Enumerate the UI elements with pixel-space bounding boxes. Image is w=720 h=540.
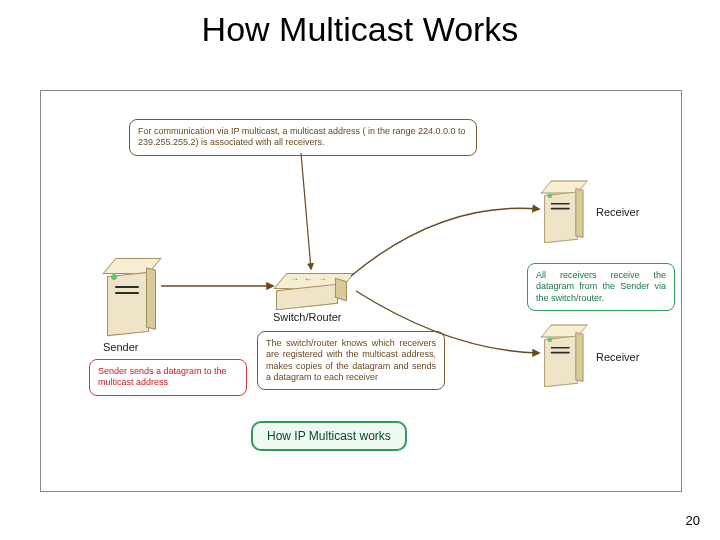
receiver-top-label: Receiver bbox=[596, 206, 639, 218]
switch-label: Switch/Router bbox=[273, 311, 341, 323]
page-title: How Multicast Works bbox=[0, 10, 720, 49]
note-receivers: All receivers receive the datagram from … bbox=[527, 263, 675, 311]
receiver-bottom-label: Receiver bbox=[596, 351, 639, 363]
server-receiver-top-icon bbox=[541, 179, 589, 241]
note-address-range: For communication via IP multicast, a mu… bbox=[129, 119, 477, 156]
server-receiver-bottom-icon bbox=[541, 323, 589, 385]
server-sender-icon bbox=[103, 256, 163, 334]
diagram-frame: For communication via IP multicast, a mu… bbox=[40, 90, 682, 492]
slide: How Multicast Works For communication vi… bbox=[0, 0, 720, 540]
sender-label: Sender bbox=[103, 341, 138, 353]
switch-router-icon: →←→ bbox=[276, 273, 354, 307]
diagram-caption: How IP Multicast works bbox=[251, 421, 407, 451]
page-number: 20 bbox=[686, 513, 700, 528]
note-switch: The switch/router knows which receivers … bbox=[257, 331, 445, 390]
note-sender: Sender sends a datagram to the multicast… bbox=[89, 359, 247, 396]
